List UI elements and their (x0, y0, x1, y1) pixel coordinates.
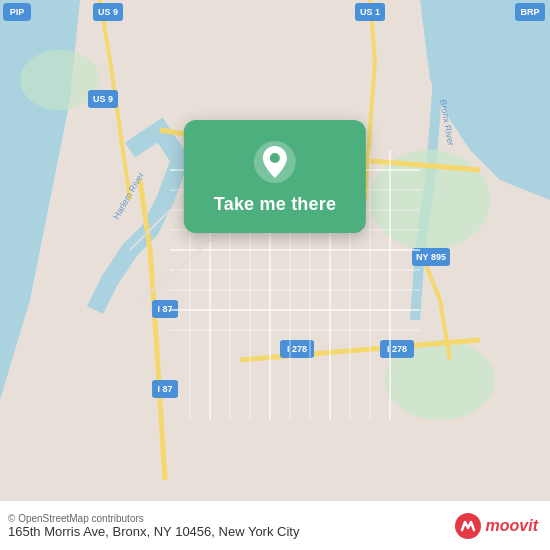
moovit-icon (454, 512, 482, 540)
map-svg: PIP US 9 US 9 US 1 BRP 95 I 87 I 87 I 27… (0, 0, 550, 500)
svg-text:BRP: BRP (520, 7, 539, 17)
footer-bar: © OpenStreetMap contributors 165th Morri… (0, 500, 550, 550)
svg-text:US 1: US 1 (360, 7, 380, 17)
footer-left: © OpenStreetMap contributors 165th Morri… (8, 513, 299, 539)
svg-text:NY 895: NY 895 (416, 252, 446, 262)
svg-text:US 9: US 9 (98, 7, 118, 17)
moovit-logo[interactable]: moovit (454, 512, 538, 540)
location-pin-icon (253, 140, 297, 184)
overlay-card: Take me there (184, 120, 366, 233)
osm-credit: © OpenStreetMap contributors (8, 513, 299, 524)
address-text: 165th Morris Ave, Bronx, NY 10456, New Y… (8, 524, 299, 539)
svg-point-49 (270, 153, 280, 163)
svg-text:PIP: PIP (10, 7, 25, 17)
map-container: PIP US 9 US 9 US 1 BRP 95 I 87 I 87 I 27… (0, 0, 550, 500)
moovit-label: moovit (486, 517, 538, 535)
svg-text:I 87: I 87 (157, 304, 172, 314)
svg-text:US 9: US 9 (93, 94, 113, 104)
svg-text:I 87: I 87 (157, 384, 172, 394)
take-me-there-button[interactable]: Take me there (214, 194, 336, 215)
